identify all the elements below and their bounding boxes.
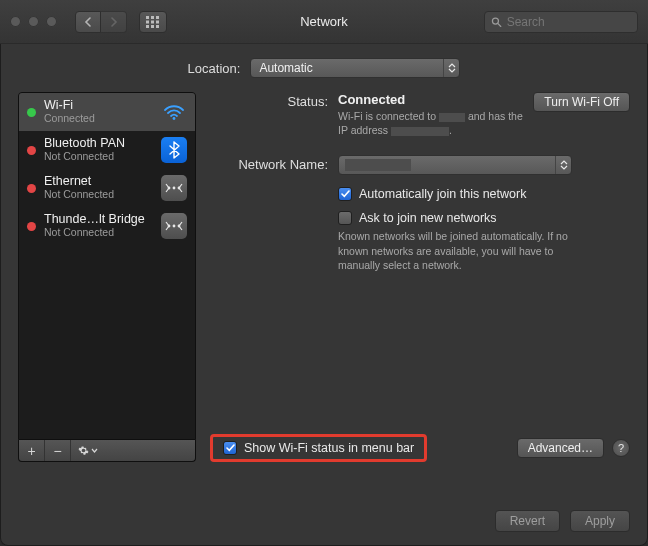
- service-name: Bluetooth PAN: [44, 137, 125, 151]
- thunderbolt-icon: [161, 213, 187, 239]
- show-all-button[interactable]: [139, 11, 167, 33]
- footer: Revert Apply: [495, 510, 630, 532]
- toolbar: Network: [0, 0, 648, 44]
- search-icon: [491, 16, 502, 28]
- minimize-window-icon[interactable]: [28, 16, 39, 27]
- sidebar-item-bluetooth-pan[interactable]: Bluetooth PAN Not Connected: [19, 131, 195, 169]
- status-value: Connected: [338, 92, 523, 107]
- auto-join-label: Automatically join this network: [359, 187, 526, 201]
- advanced-button[interactable]: Advanced…: [517, 438, 604, 458]
- svg-rect-7: [151, 25, 154, 28]
- location-row: Location: Automatic: [18, 58, 630, 78]
- svg-point-11: [173, 117, 176, 120]
- revert-button[interactable]: Revert: [495, 510, 560, 532]
- svg-rect-5: [156, 20, 159, 23]
- prefs-window: Network Location: Automatic: [0, 0, 648, 546]
- service-status: Not Connected: [44, 227, 145, 239]
- svg-rect-0: [146, 16, 149, 19]
- service-status: Not Connected: [44, 151, 125, 163]
- location-label: Location:: [188, 61, 241, 76]
- network-name-label: Network Name:: [210, 155, 338, 272]
- help-button[interactable]: ?: [612, 439, 630, 457]
- svg-rect-1: [151, 16, 154, 19]
- service-name: Ethernet: [44, 175, 114, 189]
- search-input[interactable]: [507, 15, 631, 29]
- service-status: Connected: [44, 113, 95, 125]
- show-menu-highlight: Show Wi-Fi status in menu bar: [210, 434, 427, 462]
- status-label: Status:: [210, 92, 338, 137]
- svg-line-10: [498, 23, 501, 26]
- svg-rect-8: [156, 25, 159, 28]
- status-dot-icon: [27, 184, 36, 193]
- status-dot-icon: [27, 222, 36, 231]
- chevron-down-icon: [91, 448, 98, 453]
- window-controls: [10, 16, 57, 27]
- wifi-icon: [161, 99, 187, 125]
- service-actions-button[interactable]: [71, 440, 105, 461]
- status-dot-icon: [27, 146, 36, 155]
- service-status: Not Connected: [44, 189, 114, 201]
- network-name-row: Network Name:: [210, 155, 630, 272]
- add-service-button[interactable]: +: [19, 440, 45, 461]
- services-list: Wi-Fi Connected Bluetooth PAN Not Connec…: [18, 92, 196, 440]
- checkbox-checked-icon: [338, 187, 352, 201]
- back-button[interactable]: [75, 11, 101, 33]
- detail-pane: Status: Connected Wi-Fi is connected to …: [210, 92, 630, 462]
- status-row: Status: Connected Wi-Fi is connected to …: [210, 92, 630, 137]
- checkbox-unchecked-icon: [338, 211, 352, 225]
- svg-rect-4: [151, 20, 154, 23]
- status-dot-icon: [27, 108, 36, 117]
- ask-join-label: Ask to join new networks: [359, 211, 497, 225]
- status-hint: Wi-Fi is connected to and has the IP add…: [338, 109, 523, 137]
- bluetooth-icon: [161, 137, 187, 163]
- search-field[interactable]: [484, 11, 638, 33]
- ask-join-hint: Known networks will be joined automatica…: [338, 229, 574, 272]
- svg-point-13: [173, 187, 176, 190]
- sidebar-item-ethernet[interactable]: Ethernet Not Connected: [19, 169, 195, 207]
- show-menu-checkbox[interactable]: Show Wi-Fi status in menu bar: [223, 441, 414, 455]
- stepper-arrows-icon: [443, 59, 459, 77]
- service-name: Thunde…lt Bridge: [44, 213, 145, 227]
- services-toolbar: + −: [18, 440, 196, 462]
- content: Location: Automatic Wi-Fi Connected: [0, 44, 648, 476]
- location-value: Automatic: [259, 61, 312, 75]
- apply-button[interactable]: Apply: [570, 510, 630, 532]
- sidebar-item-wifi[interactable]: Wi-Fi Connected: [19, 93, 195, 131]
- svg-point-16: [173, 225, 176, 228]
- services-sidebar: Wi-Fi Connected Bluetooth PAN Not Connec…: [18, 92, 196, 462]
- location-popup[interactable]: Automatic: [250, 58, 460, 78]
- checkbox-checked-icon: [223, 441, 237, 455]
- svg-rect-2: [156, 16, 159, 19]
- service-name: Wi-Fi: [44, 99, 95, 113]
- network-name-popup[interactable]: [338, 155, 572, 175]
- bottom-row: Show Wi-Fi status in menu bar Advanced… …: [210, 434, 630, 462]
- nav-buttons: [75, 11, 127, 33]
- sidebar-item-thunderbolt-bridge[interactable]: Thunde…lt Bridge Not Connected: [19, 207, 195, 245]
- zoom-window-icon[interactable]: [46, 16, 57, 27]
- ask-join-checkbox[interactable]: Ask to join new networks: [338, 211, 630, 225]
- stepper-arrows-icon: [555, 156, 571, 174]
- redacted-ip: [391, 127, 449, 136]
- turn-wifi-off-button[interactable]: Turn Wi-Fi Off: [533, 92, 630, 112]
- ethernet-icon: [161, 175, 187, 201]
- redacted-network-name: [345, 159, 411, 171]
- gear-icon: [78, 445, 89, 456]
- remove-service-button[interactable]: −: [45, 440, 71, 461]
- redacted-ssid: [439, 113, 465, 122]
- show-menu-label: Show Wi-Fi status in menu bar: [244, 441, 414, 455]
- svg-rect-3: [146, 20, 149, 23]
- auto-join-checkbox[interactable]: Automatically join this network: [338, 187, 630, 201]
- forward-button[interactable]: [101, 11, 127, 33]
- svg-rect-6: [146, 25, 149, 28]
- close-window-icon[interactable]: [10, 16, 21, 27]
